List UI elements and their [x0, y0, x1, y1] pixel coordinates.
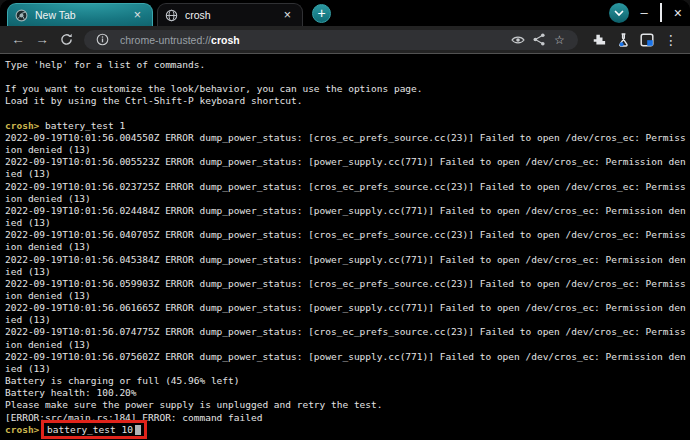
- terminal-line: ion denied (13): [5, 144, 690, 156]
- globe-icon: [165, 9, 178, 22]
- terminal-line: Battery health: 100.20%: [5, 387, 690, 399]
- profile-window-icon: [640, 33, 654, 47]
- extensions-puzzle-icon: [592, 33, 606, 47]
- reload-icon: [60, 33, 73, 46]
- info-icon[interactable]: [92, 32, 113, 48]
- browser-window: New Tab × crosh × + – ×: [0, 0, 690, 440]
- terminal-line: 2022-09-19T10:01:56.004550Z ERROR dump_p…: [5, 132, 690, 144]
- extensions-button[interactable]: [588, 30, 610, 50]
- window-close-button[interactable]: ×: [674, 7, 682, 19]
- menu-button[interactable]: ⋮: [660, 30, 682, 50]
- tab-title: crosh: [185, 9, 280, 21]
- terminal-line: 2022-09-19T10:01:56.045384Z ERROR dump_p…: [5, 254, 690, 266]
- terminal-line: ion denied (13): [5, 339, 690, 351]
- terminal-command: battery_test 10: [47, 424, 133, 435]
- terminal-line: ion denied (13): [5, 290, 690, 302]
- back-button[interactable]: ←: [8, 30, 28, 50]
- terminal-line: 2022-09-19T10:01:56.024484Z ERROR dump_p…: [5, 205, 690, 217]
- terminal-line: ion denied (13): [5, 241, 690, 253]
- back-icon: ←: [11, 32, 25, 47]
- terminal-line: [ERROR:src/main.rs:184] ERROR: command f…: [5, 412, 690, 424]
- star-icon[interactable]: ☆: [549, 32, 570, 48]
- crosh-prompt: crosh>: [5, 424, 39, 435]
- profile-button[interactable]: [636, 30, 658, 50]
- crosh-prompt: crosh>: [5, 120, 39, 131]
- terminal-line: Load it by using the Ctrl-Shift-P keyboa…: [5, 95, 690, 107]
- forward-icon: →: [35, 32, 49, 47]
- tab-close-icon[interactable]: ×: [280, 8, 295, 23]
- terminal-line: ied (13): [5, 363, 690, 375]
- terminal-line: 2022-09-19T10:01:56.059903Z ERROR dump_p…: [5, 278, 690, 290]
- menu-dots-icon: ⋮: [664, 32, 678, 48]
- tab-close-icon[interactable]: ×: [130, 8, 145, 23]
- terminal-line: 2022-09-19T10:01:56.061665Z ERROR dump_p…: [5, 302, 690, 314]
- experiments-flask-icon: [617, 33, 630, 47]
- reload-button[interactable]: [56, 30, 76, 50]
- address-bar[interactable]: chrome-untrusted://crosh ☆: [84, 30, 578, 50]
- window-controls: – ×: [609, 3, 682, 23]
- terminal-line: ied (13): [5, 266, 690, 278]
- browser-assistant-button[interactable]: [609, 3, 629, 23]
- tab-crosh[interactable]: crosh ×: [157, 3, 303, 26]
- tab-title: New Tab: [35, 9, 130, 21]
- terminal-command: battery_test 1: [45, 120, 125, 131]
- maximize-button[interactable]: [660, 4, 662, 22]
- terminal-line: crosh> battery_test 1: [5, 120, 690, 132]
- minimize-button[interactable]: –: [641, 8, 648, 18]
- crosh-terminal[interactable]: Type 'help' for a list of commands. If y…: [0, 55, 690, 440]
- experiments-button[interactable]: [612, 30, 634, 50]
- terminal-line: Please make sure the power supply is unp…: [5, 399, 690, 411]
- terminal-line: crosh> battery_test 10: [5, 424, 690, 436]
- forward-button[interactable]: →: [32, 30, 52, 50]
- terminal-line: If you want to customize the look/behavi…: [5, 83, 690, 95]
- terminal-line: ied (13): [5, 168, 690, 180]
- url-host: crosh: [211, 34, 240, 46]
- eye-icon[interactable]: [507, 32, 528, 48]
- terminal-line: 2022-09-19T10:01:56.040705Z ERROR dump_p…: [5, 229, 690, 241]
- chromium-icon: [15, 9, 28, 22]
- maximize-icon: [660, 3, 662, 22]
- terminal-line: ied (13): [5, 314, 690, 326]
- terminal-line: [5, 71, 690, 83]
- terminal-line: [5, 108, 690, 120]
- terminal-line: 2022-09-19T10:01:56.075602Z ERROR dump_p…: [5, 351, 690, 363]
- terminal-line: Battery is charging or full (45.96% left…: [5, 375, 690, 387]
- share-icon[interactable]: [528, 32, 549, 48]
- url-text: chrome-untrusted://crosh: [120, 34, 507, 46]
- terminal-line: 2022-09-19T10:01:56.023725Z ERROR dump_p…: [5, 181, 690, 193]
- terminal-cursor: [135, 425, 141, 435]
- terminal-line: Type 'help' for a list of commands.: [5, 59, 690, 71]
- browser-toolbar: ← → chrome-untrusted://crosh: [0, 26, 690, 54]
- terminal-line: 2022-09-19T10:01:56.074775Z ERROR dump_p…: [5, 326, 690, 338]
- tab-strip: New Tab × crosh × + – ×: [0, 0, 690, 26]
- new-tab-button[interactable]: +: [312, 4, 331, 23]
- url-scheme: chrome-untrusted://: [120, 34, 211, 46]
- terminal-line: 2022-09-19T10:01:56.005523Z ERROR dump_p…: [5, 156, 690, 168]
- terminal-line: ion denied (13): [5, 193, 690, 205]
- tab-new-tab[interactable]: New Tab ×: [7, 3, 153, 26]
- chevron-down-icon: [614, 10, 624, 17]
- terminal-line: ied (13): [5, 217, 690, 229]
- annotation-box: battery_test 10: [45, 424, 142, 435]
